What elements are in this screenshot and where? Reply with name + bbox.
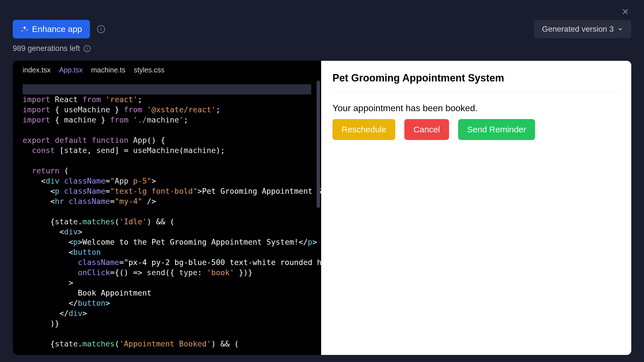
preview-buttons: Reschedule Cancel Send Reminder bbox=[332, 119, 620, 140]
code-content: import React from 'react'; import { useM… bbox=[23, 84, 311, 349]
file-tabs: index.tsx App.tsx machine.ts styles.css bbox=[13, 61, 321, 79]
code-panel: index.tsx App.tsx machine.ts styles.css … bbox=[13, 61, 321, 355]
tab-styles-css[interactable]: styles.css bbox=[134, 66, 164, 74]
enhance-app-button[interactable]: Enhance app bbox=[13, 20, 90, 38]
code-editor[interactable]: import React from 'react'; import { useM… bbox=[13, 79, 321, 355]
tab-app-tsx[interactable]: App.tsx bbox=[59, 66, 83, 74]
generations-info-icon[interactable]: i bbox=[84, 45, 91, 52]
scrollbar[interactable] bbox=[317, 81, 320, 208]
tab-index-tsx[interactable]: index.tsx bbox=[23, 66, 51, 74]
version-label: Generated version 3 bbox=[542, 25, 614, 34]
tab-machine-ts[interactable]: machine.ts bbox=[91, 66, 125, 74]
close-button[interactable] bbox=[621, 7, 630, 17]
generations-left-text: 989 generations left bbox=[13, 44, 80, 53]
cancel-button[interactable]: Cancel bbox=[404, 119, 449, 140]
main-panel: index.tsx App.tsx machine.ts styles.css … bbox=[13, 61, 631, 355]
info-icon[interactable]: i bbox=[97, 25, 105, 33]
preview-panel: Pet Grooming Appointment System Your app… bbox=[321, 61, 631, 355]
preview-title: Pet Grooming Appointment System bbox=[332, 72, 620, 84]
sparkle-icon bbox=[21, 25, 29, 33]
preview-message: Your appointment has been booked. bbox=[332, 103, 620, 113]
close-icon bbox=[621, 7, 630, 16]
enhance-app-label: Enhance app bbox=[32, 24, 82, 34]
version-dropdown[interactable]: Generated version 3 bbox=[534, 20, 631, 38]
reschedule-button[interactable]: Reschedule bbox=[332, 119, 395, 140]
chevron-down-icon bbox=[617, 26, 623, 32]
preview-divider bbox=[332, 91, 620, 92]
send-reminder-button[interactable]: Send Reminder bbox=[458, 119, 535, 140]
